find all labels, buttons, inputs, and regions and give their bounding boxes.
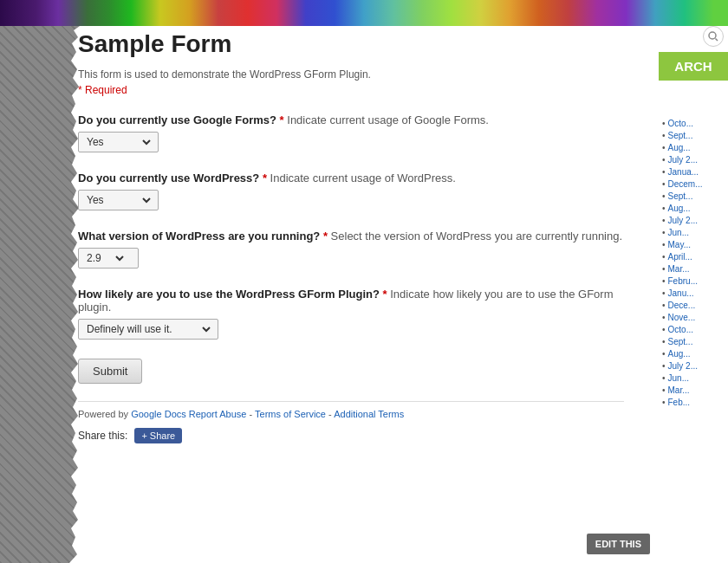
- top-rainbow-bar: [0, 0, 728, 26]
- sidebar-link-jun2[interactable]: Jun...: [662, 373, 725, 383]
- field-label-likelihood: How likely are you to use the WordPress …: [78, 288, 624, 314]
- field-wp-version: What version of WordPress are you runnin…: [78, 230, 624, 269]
- svg-line-1: [716, 39, 718, 42]
- sidebar-link-sep1[interactable]: Sept...: [662, 131, 725, 140]
- report-abuse-link[interactable]: Report Abuse: [189, 409, 247, 419]
- wp-version-select-wrapper: 2.9 3.0 3.1 3.2: [78, 248, 139, 269]
- main-content: Sample Form This form is used to demonst…: [78, 26, 624, 546]
- sidebar-link-mar1[interactable]: Mar...: [662, 264, 725, 274]
- sidebar-link-jan[interactable]: Janua...: [662, 167, 725, 177]
- sidebar-link-apr[interactable]: April...: [662, 252, 725, 262]
- field-label-wp-version: What version of WordPress are you runnin…: [78, 230, 624, 243]
- field-wordpress: Do you currently use WordPress? * Indica…: [78, 171, 624, 210]
- likelihood-select-wrapper: Definely will use it. Probably will use …: [78, 319, 218, 340]
- arch-button[interactable]: ARCH: [659, 52, 728, 81]
- tos-link[interactable]: Terms of Service: [255, 409, 326, 419]
- additional-terms-link[interactable]: Additional Terms: [334, 409, 404, 419]
- sidebar-link-aug1[interactable]: Aug...: [662, 143, 725, 152]
- submit-button[interactable]: Submit: [78, 359, 142, 384]
- search-icon[interactable]: [703, 26, 724, 47]
- wp-version-select[interactable]: 2.9 3.0 3.1 3.2: [83, 251, 127, 265]
- share-label: Share this:: [78, 430, 127, 442]
- form-description: This form is used to demonstrate the Wor…: [78, 68, 624, 81]
- sidebar-link-aug3[interactable]: Aug...: [662, 349, 725, 359]
- google-docs-link[interactable]: Google Docs: [131, 409, 186, 419]
- sidebar: ARCH Octo... Sept... Aug... July 2... Ja…: [659, 22, 728, 563]
- field-label-google-forms: Do you currently use Google Forms? * Ind…: [78, 113, 624, 126]
- sidebar-links: Octo... Sept... Aug... July 2... Janua..…: [659, 115, 728, 413]
- wordpress-select-wrapper: Yes No Sometimes: [78, 190, 159, 210]
- page-wrapper: Sample Form This form is used to demonst…: [0, 0, 728, 563]
- svg-point-0: [709, 32, 716, 39]
- sidebar-link-nov[interactable]: Nove...: [662, 313, 725, 322]
- sidebar-link-jul1[interactable]: July 2...: [662, 155, 725, 165]
- sidebar-link-feb2[interactable]: Feb...: [662, 398, 725, 407]
- sidebar-link-jul2[interactable]: July 2...: [662, 216, 725, 225]
- page-title: Sample Form: [78, 30, 624, 58]
- sidebar-link-may[interactable]: May...: [662, 240, 725, 249]
- sidebar-link-jun1[interactable]: Jun...: [662, 228, 725, 237]
- google-forms-select-wrapper: Yes No Sometimes: [78, 132, 159, 152]
- field-label-wordpress: Do you currently use WordPress? * Indica…: [78, 171, 624, 184]
- sidebar-link-mar2[interactable]: Mar...: [662, 385, 725, 395]
- sidebar-link-dec1[interactable]: Decem...: [662, 179, 725, 189]
- sidebar-link-oct2[interactable]: Octo...: [662, 325, 725, 334]
- sidebar-link-jul3[interactable]: July 2...: [662, 361, 725, 371]
- required-note: * Required: [78, 84, 624, 96]
- field-google-forms: Do you currently use Google Forms? * Ind…: [78, 113, 624, 152]
- sidebar-link-sep2[interactable]: Sept...: [662, 191, 725, 201]
- sidebar-link-feb1[interactable]: Febru...: [662, 276, 725, 286]
- share-section: Share this: + Share: [78, 428, 624, 443]
- google-forms-select[interactable]: Yes No Sometimes: [83, 135, 153, 149]
- powered-by-section: Powered by Google Docs Report Abuse - Te…: [78, 401, 624, 419]
- edit-this-button[interactable]: EDIT THIS: [587, 534, 650, 554]
- sidebar-link-aug2[interactable]: Aug...: [662, 204, 725, 213]
- sidebar-link-sep3[interactable]: Sept...: [662, 337, 725, 346]
- wordpress-select[interactable]: Yes No Sometimes: [83, 193, 153, 207]
- sidebar-link-jan2[interactable]: Janu...: [662, 288, 725, 298]
- sidebar-link-dec2[interactable]: Dece...: [662, 301, 725, 310]
- likelihood-select[interactable]: Definely will use it. Probably will use …: [83, 322, 213, 336]
- share-button[interactable]: + Share: [134, 428, 182, 443]
- field-likelihood: How likely are you to use the WordPress …: [78, 288, 624, 340]
- sidebar-link-oct[interactable]: Octo...: [662, 119, 725, 128]
